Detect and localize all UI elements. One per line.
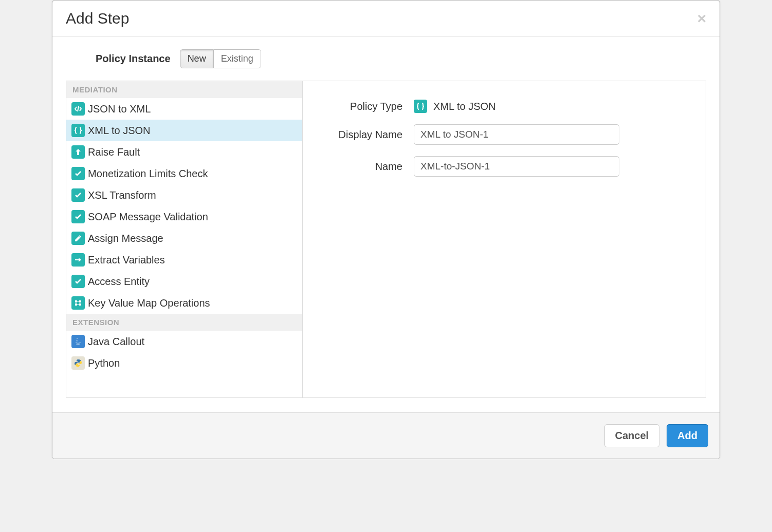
policy-item-label: Monetization Limits Check bbox=[88, 168, 208, 180]
dialog-title: Add Step bbox=[66, 10, 129, 27]
braces-icon bbox=[414, 100, 427, 113]
display-name-row: Display Name bbox=[321, 124, 693, 145]
python-icon bbox=[71, 356, 85, 370]
dialog-body: MEDIATIONJSON to XMLXML to JSONRaise Fau… bbox=[66, 81, 706, 398]
policy-item-label: XML to JSON bbox=[88, 125, 151, 137]
arrow-right-icon bbox=[71, 253, 85, 267]
policy-item-label: SOAP Message Validation bbox=[88, 211, 208, 223]
policy-type-row: Policy Type XML to JSON bbox=[321, 100, 693, 113]
policy-item[interactable]: SOAP Message Validation bbox=[66, 206, 302, 227]
check-icon bbox=[71, 210, 85, 223]
policy-type-label: Policy Type bbox=[321, 101, 414, 112]
policy-item[interactable]: Assign Message bbox=[66, 227, 302, 249]
cancel-button[interactable]: Cancel bbox=[604, 424, 660, 447]
name-label: Name bbox=[321, 161, 414, 173]
close-icon[interactable]: × bbox=[697, 11, 706, 26]
policy-item[interactable]: Python bbox=[66, 352, 302, 374]
code-icon bbox=[71, 102, 85, 116]
svg-rect-3 bbox=[79, 303, 81, 306]
policy-item-label: Key Value Map Operations bbox=[88, 297, 210, 309]
svg-rect-2 bbox=[75, 303, 77, 306]
policy-item[interactable]: Access Entity bbox=[66, 271, 302, 292]
display-name-input[interactable] bbox=[414, 124, 619, 145]
dialog-footer: Cancel Add bbox=[52, 412, 720, 459]
braces-icon bbox=[71, 124, 85, 137]
new-toggle-button[interactable]: New bbox=[180, 49, 214, 68]
policy-detail-pane: Policy Type XML to JSON Display Name Nam… bbox=[303, 81, 706, 397]
policy-type-text: XML to JSON bbox=[433, 101, 496, 112]
display-name-label: Display Name bbox=[321, 129, 414, 141]
policy-item-label: Extract Variables bbox=[88, 254, 165, 266]
policy-item-label: Access Entity bbox=[88, 276, 150, 288]
policy-item-label: Assign Message bbox=[88, 233, 163, 244]
category-header: MEDIATION bbox=[66, 81, 302, 98]
policy-item[interactable]: Monetization Limits Check bbox=[66, 163, 302, 184]
policy-item[interactable]: Raise Fault bbox=[66, 141, 302, 163]
policy-item-label: XSL Transform bbox=[88, 189, 156, 201]
java-icon bbox=[71, 335, 85, 348]
policy-instance-label: Policy Instance bbox=[96, 53, 171, 65]
svg-rect-0 bbox=[75, 300, 77, 302]
policy-item-label: Python bbox=[88, 357, 120, 369]
map-icon bbox=[71, 296, 85, 310]
policy-item[interactable]: Java Callout bbox=[66, 331, 302, 352]
existing-toggle-button[interactable]: Existing bbox=[214, 49, 261, 68]
name-row: Name bbox=[321, 156, 693, 177]
policy-instance-toolbar: Policy Instance New Existing bbox=[52, 37, 720, 81]
policy-list-sidebar[interactable]: MEDIATIONJSON to XMLXML to JSONRaise Fau… bbox=[66, 81, 303, 397]
policy-item[interactable]: XML to JSON bbox=[66, 120, 302, 141]
category-header: EXTENSION bbox=[66, 314, 302, 331]
add-button[interactable]: Add bbox=[667, 424, 708, 447]
policy-type-value: XML to JSON bbox=[414, 100, 496, 113]
policy-item-label: Raise Fault bbox=[88, 146, 140, 158]
policy-item-label: Java Callout bbox=[88, 336, 144, 348]
policy-item[interactable]: Key Value Map Operations bbox=[66, 292, 302, 314]
policy-item[interactable]: Extract Variables bbox=[66, 249, 302, 271]
policy-item[interactable]: JSON to XML bbox=[66, 98, 302, 120]
add-step-dialog: Add Step × Policy Instance New Existing … bbox=[52, 0, 720, 459]
arrow-up-icon bbox=[71, 145, 85, 159]
pencil-icon bbox=[71, 232, 85, 245]
svg-rect-1 bbox=[79, 300, 81, 302]
name-input[interactable] bbox=[414, 156, 619, 177]
policy-item-label: JSON to XML bbox=[88, 103, 151, 115]
policy-item[interactable]: XSL Transform bbox=[66, 184, 302, 206]
policy-instance-toggle: New Existing bbox=[180, 49, 261, 68]
check-icon bbox=[71, 275, 85, 288]
check-icon bbox=[71, 167, 85, 180]
check-icon bbox=[71, 188, 85, 202]
dialog-header: Add Step × bbox=[52, 1, 720, 37]
